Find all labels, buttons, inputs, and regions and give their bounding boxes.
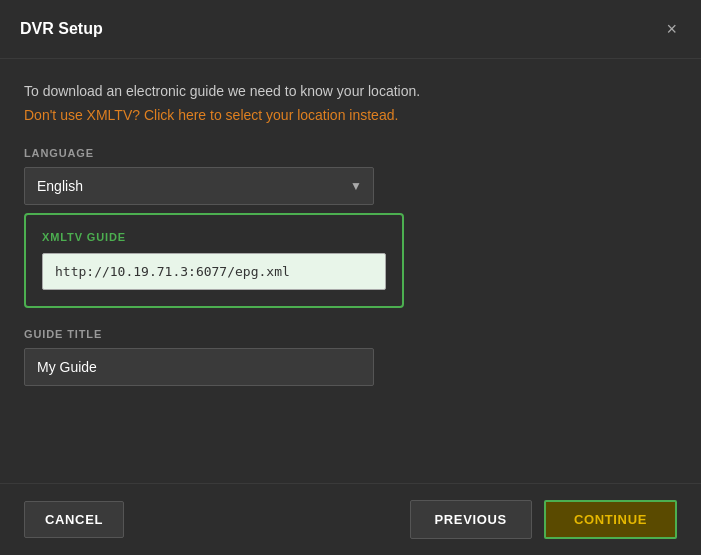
language-select-wrapper: English French German Spanish Italian ▼ <box>24 167 374 205</box>
location-link[interactable]: Don't use XMLTV? Click here to select yo… <box>24 107 677 123</box>
continue-button[interactable]: CONTINUE <box>544 500 677 539</box>
dvr-setup-dialog: DVR Setup × To download an electronic gu… <box>0 0 701 555</box>
dialog-header: DVR Setup × <box>0 0 701 59</box>
language-select[interactable]: English French German Spanish Italian <box>24 167 374 205</box>
xmltv-input[interactable] <box>42 253 386 290</box>
xmltv-section: XMLTV GUIDE <box>24 213 404 308</box>
footer-right-buttons: PREVIOUS CONTINUE <box>410 500 677 539</box>
guide-title-input[interactable] <box>24 348 374 386</box>
previous-button[interactable]: PREVIOUS <box>410 500 532 539</box>
dialog-title: DVR Setup <box>20 20 103 38</box>
xmltv-label: XMLTV GUIDE <box>42 231 386 243</box>
guide-title-label: GUIDE TITLE <box>24 328 677 340</box>
language-label: LANGUAGE <box>24 147 677 159</box>
close-button[interactable]: × <box>662 16 681 42</box>
dialog-body: To download an electronic guide we need … <box>0 59 701 483</box>
info-text: To download an electronic guide we need … <box>24 83 677 99</box>
cancel-button[interactable]: CANCEL <box>24 501 124 538</box>
dialog-footer: CANCEL PREVIOUS CONTINUE <box>0 483 701 555</box>
